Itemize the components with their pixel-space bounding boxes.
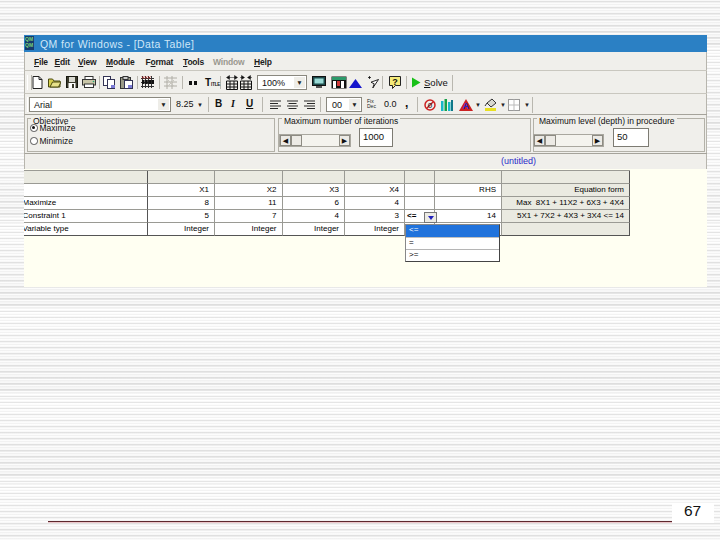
svg-text:0: 0 — [428, 101, 433, 110]
svg-text:?: ? — [392, 77, 398, 87]
svg-text:A: A — [463, 101, 470, 111]
